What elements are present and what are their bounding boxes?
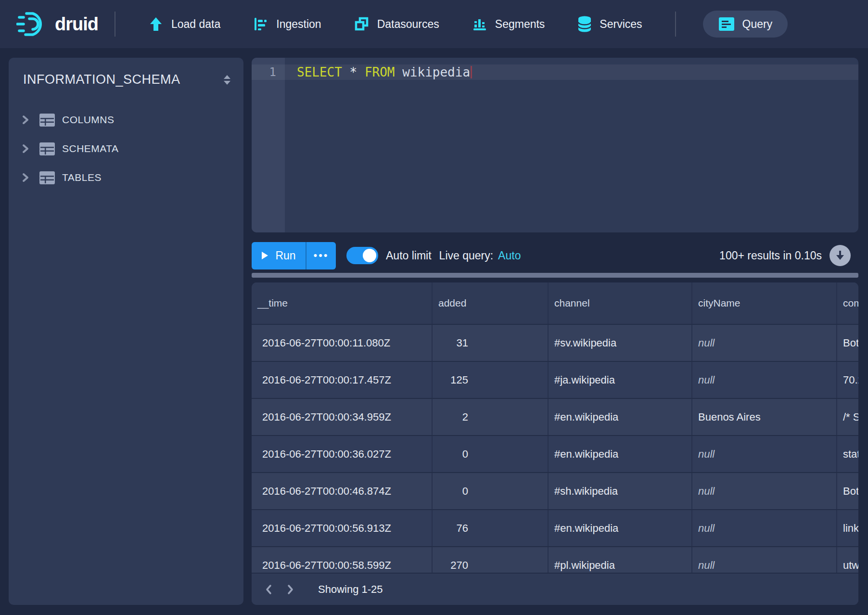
sql-keyword-select: SELECT	[297, 65, 342, 79]
results-summary: 100+ results in 0.10s	[719, 249, 822, 262]
editor-gutter	[252, 58, 285, 232]
table-cell[interactable]: #ja.wikipedia	[549, 362, 692, 398]
chevron-right-icon[interactable]	[20, 115, 31, 125]
table-cell[interactable]: Buenos Aires	[692, 399, 837, 435]
table-cell[interactable]: 2016-06-27T00:00:17.457Z	[252, 362, 433, 398]
chevron-left-icon	[264, 584, 274, 595]
table-cell[interactable]: #sv.wikipedia	[549, 325, 692, 361]
chevron-right-icon[interactable]	[20, 172, 31, 183]
database-icon	[577, 16, 592, 32]
results-table: __time added channel cityName comment 20…	[252, 282, 858, 605]
chevron-right-icon	[285, 584, 295, 595]
table-cell[interactable]: Bot:	[837, 473, 858, 509]
navbar-divider	[675, 12, 676, 37]
stacked-squares-icon	[354, 16, 370, 32]
nav-item-label: Services	[600, 18, 642, 31]
table-cell[interactable]: null	[692, 362, 837, 398]
table-cell[interactable]: 2016-06-27T00:00:11.080Z	[252, 325, 433, 361]
column-header-time[interactable]: __time	[252, 282, 433, 324]
schema-sidebar: INFORMATION_SCHEMA COLUMNS SCHEMATA	[9, 58, 243, 605]
table-icon	[39, 171, 55, 184]
schema-title: INFORMATION_SCHEMA	[23, 72, 180, 87]
upload-arrow-icon	[148, 16, 164, 32]
table-cell[interactable]: 2016-06-27T00:00:46.874Z	[252, 473, 433, 509]
text-cursor	[471, 66, 472, 78]
nav-item-datasources[interactable]: Datasources	[338, 0, 456, 48]
table-cell[interactable]: 2	[433, 399, 549, 435]
tree-item-columns[interactable]: COLUMNS	[9, 105, 243, 134]
live-query-value-link[interactable]: Auto	[498, 249, 521, 262]
live-query-text: Live query:	[439, 249, 494, 262]
run-more-button[interactable]: •••	[306, 242, 336, 269]
table-cell[interactable]: 2016-06-27T00:00:56.913Z	[252, 510, 433, 546]
table-cell[interactable]: links	[837, 510, 858, 546]
gantt-bars-icon	[253, 16, 268, 32]
sort-icon[interactable]	[221, 74, 233, 86]
nav-item-load-data[interactable]: Load data	[132, 0, 237, 48]
live-query-label: Live query:Auto	[439, 249, 521, 262]
pagination-bar: Showing 1-25	[252, 573, 858, 605]
tree-item-label: TABLES	[62, 172, 102, 183]
nav-item-segments[interactable]: Segments	[456, 0, 562, 48]
run-button-label: Run	[275, 249, 295, 262]
table-cell[interactable]: 125	[433, 362, 549, 398]
table-cell[interactable]: 0	[433, 473, 549, 509]
auto-limit-toggle[interactable]	[346, 247, 378, 264]
table-cell[interactable]: #en.wikipedia	[549, 436, 692, 472]
table-cell[interactable]: null	[692, 473, 837, 509]
nav-item-label: Datasources	[377, 18, 439, 31]
nav-item-services[interactable]: Services	[561, 0, 658, 48]
druid-logo[interactable]: druid	[16, 11, 98, 38]
table-row: 2016-06-27T00:00:56.913Z76#en.wikipedian…	[252, 509, 858, 546]
table-cell[interactable]: null	[692, 325, 837, 361]
previous-page-button[interactable]	[258, 579, 280, 600]
table-cell[interactable]: 70.2	[837, 362, 858, 398]
run-bar: Run ••• Auto limit Live query:Auto 100+ …	[252, 232, 858, 273]
table-header-row: __time added channel cityName comment	[252, 282, 858, 324]
table-cell[interactable]: 2016-06-27T00:00:36.027Z	[252, 436, 433, 472]
table-cell[interactable]: stat	[837, 436, 858, 472]
column-header-added[interactable]: added	[433, 282, 549, 324]
chevron-right-icon[interactable]	[20, 143, 31, 154]
column-header-comment[interactable]: comment	[837, 282, 858, 324]
sql-code-line[interactable]: SELECT * FROM wikipedia	[297, 64, 472, 80]
table-cell[interactable]: null	[692, 436, 837, 472]
table-cell[interactable]: 2016-06-27T00:00:34.959Z	[252, 399, 433, 435]
table-cell[interactable]: /* Se	[837, 399, 858, 435]
showing-range-label: Showing 1-25	[318, 583, 383, 596]
column-header-cityname[interactable]: cityName	[692, 282, 837, 324]
table-cell[interactable]: #en.wikipedia	[549, 399, 692, 435]
tree-item-schemata[interactable]: SCHEMATA	[9, 134, 243, 163]
horizontal-scrollbar[interactable]	[252, 273, 858, 278]
table-cell[interactable]: 31	[433, 325, 549, 361]
ellipsis-icon: •••	[313, 249, 329, 261]
sql-table-name: wikipedia	[395, 65, 471, 79]
brand-name: druid	[55, 14, 98, 35]
table-row: 2016-06-27T00:00:11.080Z31#sv.wikipedian…	[252, 324, 858, 361]
table-body: 2016-06-27T00:00:11.080Z31#sv.wikipedian…	[252, 324, 858, 583]
column-header-channel[interactable]: channel	[549, 282, 692, 324]
sql-editor[interactable]: 1 SELECT * FROM wikipedia	[252, 58, 858, 232]
table-cell[interactable]: null	[692, 510, 837, 546]
tree-item-label: COLUMNS	[62, 114, 115, 126]
table-cell[interactable]: #sh.wikipedia	[549, 473, 692, 509]
download-results-button[interactable]	[830, 245, 851, 266]
schema-header: INFORMATION_SCHEMA	[9, 58, 243, 87]
nav-item-ingestion[interactable]: Ingestion	[237, 0, 337, 48]
download-icon	[834, 249, 846, 262]
toggle-knob	[363, 249, 376, 262]
nav-item-query[interactable]: Query	[703, 11, 788, 38]
nav-item-label: Load data	[171, 18, 220, 31]
next-page-button[interactable]	[280, 579, 301, 600]
table-icon	[39, 142, 55, 155]
table-cell[interactable]: Bot	[837, 325, 858, 361]
table-icon	[39, 114, 55, 127]
tree-item-tables[interactable]: TABLES	[9, 163, 243, 192]
run-button[interactable]: Run	[252, 242, 306, 269]
table-cell[interactable]: 76	[433, 510, 549, 546]
table-row: 2016-06-27T00:00:46.874Z0#sh.wikipedianu…	[252, 472, 858, 509]
table-cell[interactable]: #en.wikipedia	[549, 510, 692, 546]
table-cell[interactable]: 0	[433, 436, 549, 472]
nav-item-label: Segments	[495, 18, 545, 31]
navbar-divider	[115, 12, 115, 37]
